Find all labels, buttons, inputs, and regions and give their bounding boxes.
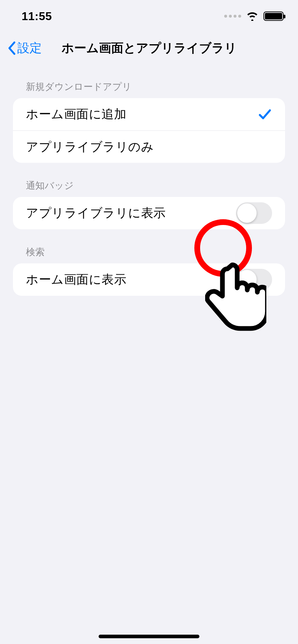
toggle-label: ホーム画面に表示 — [26, 271, 126, 288]
back-label: 設定 — [17, 40, 42, 56]
back-button[interactable]: 設定 — [7, 40, 42, 56]
section-header-badges: 通知バッジ — [13, 163, 285, 197]
status-icons — [224, 12, 284, 21]
row-show-on-home: ホーム画面に表示 — [13, 263, 285, 296]
wifi-icon — [246, 12, 258, 21]
toggle-show-in-app-library[interactable] — [236, 202, 272, 224]
toggle-label: アプリライブラリに表示 — [26, 205, 166, 221]
option-label: ホーム画面に追加 — [26, 106, 126, 123]
group-downloads: ホーム画面に追加 アプリライブラリのみ — [13, 98, 285, 163]
section-header-search: 検索 — [13, 229, 285, 263]
option-app-library-only[interactable]: アプリライブラリのみ — [13, 130, 285, 163]
section-header-downloads: 新規ダウンロードアプリ — [13, 64, 285, 98]
page-title: ホーム画面とアプリライブラリ — [0, 40, 298, 56]
home-indicator[interactable] — [99, 635, 199, 638]
group-search: ホーム画面に表示 — [13, 263, 285, 296]
checkmark-icon — [258, 107, 272, 121]
status-bar: 11:55 — [0, 0, 298, 32]
option-label: アプリライブラリのみ — [26, 139, 154, 155]
chevron-left-icon — [7, 41, 17, 55]
nav-bar: 設定 ホーム画面とアプリライブラリ — [0, 32, 298, 64]
toggle-show-on-home[interactable] — [236, 269, 272, 290]
battery-icon — [263, 12, 284, 21]
option-add-to-home[interactable]: ホーム画面に追加 — [13, 98, 285, 130]
status-time: 11:55 — [22, 10, 52, 23]
row-show-in-app-library: アプリライブラリに表示 — [13, 197, 285, 229]
group-badges: アプリライブラリに表示 — [13, 197, 285, 229]
signal-dots-icon — [224, 15, 241, 18]
